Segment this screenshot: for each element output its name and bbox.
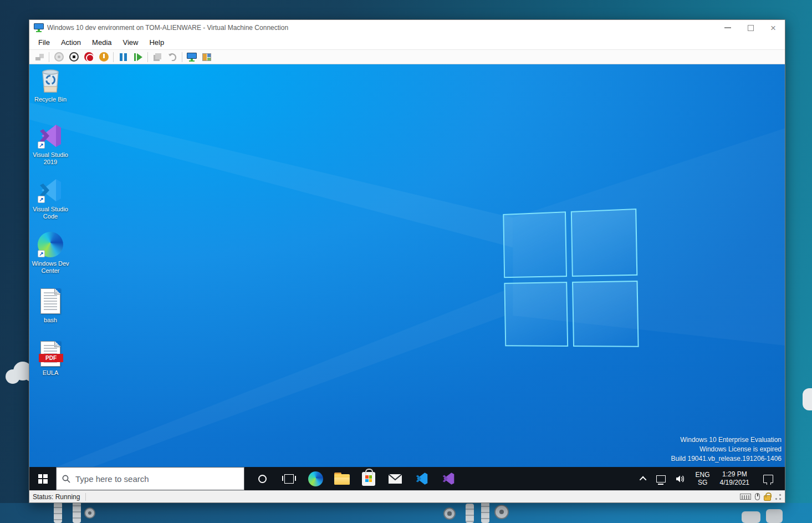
desktop-icon-windows-dev-center[interactable]: ↗ Windows Dev Center bbox=[29, 231, 72, 275]
host-wallpaper-robot-leg bbox=[466, 504, 474, 523]
menu-help[interactable]: Help bbox=[144, 36, 170, 49]
turn-off-icon[interactable] bbox=[68, 52, 79, 63]
taskbar-mail-button[interactable] bbox=[382, 467, 408, 490]
minimize-button[interactable] bbox=[724, 27, 731, 28]
start-button[interactable] bbox=[29, 467, 56, 490]
task-view-button[interactable] bbox=[275, 467, 302, 490]
mail-icon bbox=[388, 474, 402, 484]
clock[interactable]: 1:29 PM 4/19/2021 bbox=[715, 467, 754, 490]
host-wallpaper-robot-joint bbox=[443, 507, 456, 520]
desktop-icon-label: EULA bbox=[43, 369, 59, 377]
start-icon[interactable] bbox=[53, 52, 64, 63]
pdf-document-icon: PDF bbox=[37, 341, 64, 367]
tray-language: ENG bbox=[696, 471, 710, 479]
task-view-icon bbox=[284, 474, 294, 484]
tray-time: 1:29 PM bbox=[720, 470, 749, 479]
host-wallpaper-robot-hand bbox=[803, 388, 812, 410]
menu-bar: File Action Media View Help bbox=[29, 35, 785, 50]
taskbar-visual-studio-button[interactable] bbox=[435, 467, 462, 490]
desktop-icon-eula[interactable]: PDF EULA bbox=[29, 341, 72, 377]
license-watermark: Windows 10 Enterprise Evaluation Windows… bbox=[671, 435, 782, 464]
volume-button[interactable] bbox=[671, 467, 691, 490]
toolbar bbox=[29, 50, 785, 64]
action-center-icon bbox=[763, 475, 773, 483]
visual-studio-icon: ↗ bbox=[37, 123, 64, 149]
maximize-button[interactable] bbox=[748, 25, 754, 31]
watermark-line: Windows License is expired bbox=[671, 445, 782, 454]
vscode-icon: ↗ bbox=[37, 177, 64, 204]
vscode-icon bbox=[415, 471, 429, 486]
vm-settings-icon[interactable] bbox=[201, 52, 212, 63]
action-center-button[interactable] bbox=[754, 467, 782, 490]
desktop-icon-label: Visual Studio Code bbox=[29, 206, 72, 220]
edge-icon: ↗ bbox=[37, 231, 64, 258]
vm-connection-window: Windows 10 dev environment on TOM-ALIENW… bbox=[29, 19, 785, 503]
host-wallpaper-robot-part bbox=[742, 511, 760, 523]
menu-media[interactable]: Media bbox=[86, 36, 117, 49]
shut-down-icon[interactable] bbox=[83, 52, 94, 63]
taskbar-file-explorer-button[interactable] bbox=[329, 467, 355, 490]
start-icon bbox=[38, 474, 48, 484]
shortcut-arrow-icon: ↗ bbox=[38, 196, 45, 203]
tray-date: 4/19/2021 bbox=[720, 479, 749, 487]
network-button[interactable] bbox=[651, 467, 671, 490]
ctrl-alt-del-icon[interactable] bbox=[34, 52, 45, 63]
mouse-icon bbox=[755, 493, 760, 500]
watermark-line: Build 19041.vb_release.191206-1406 bbox=[671, 454, 782, 464]
resume-icon[interactable] bbox=[132, 52, 144, 63]
pdf-badge: PDF bbox=[39, 354, 63, 362]
language-indicator[interactable]: ENG SG bbox=[691, 467, 715, 490]
taskbar-edge-button[interactable] bbox=[302, 467, 329, 490]
vm-status-text: Status: Running bbox=[33, 493, 80, 501]
pause-icon[interactable] bbox=[118, 52, 129, 63]
cortana-icon bbox=[258, 475, 267, 483]
network-icon bbox=[656, 475, 666, 483]
title-bar[interactable]: Windows 10 dev environment on TOM-ALIENW… bbox=[29, 20, 785, 35]
lock-icon bbox=[764, 495, 771, 501]
host-wallpaper-robot-leg bbox=[481, 501, 489, 523]
revert-icon[interactable] bbox=[167, 52, 178, 63]
file-explorer-icon bbox=[334, 473, 350, 485]
search-input[interactable] bbox=[75, 474, 238, 484]
host-wallpaper-robot-joint bbox=[84, 507, 95, 519]
checkpoint-icon[interactable] bbox=[152, 52, 163, 63]
vm-screen[interactable]: Recycle Bin ↗ Visual Studio 2019 bbox=[29, 64, 785, 490]
watermark-line: Windows 10 Enterprise Evaluation bbox=[671, 435, 782, 445]
volume-icon bbox=[676, 475, 686, 483]
recycle-bin-icon bbox=[37, 67, 64, 94]
desktop-icon-recycle-bin[interactable]: Recycle Bin bbox=[29, 67, 72, 103]
keyboard-icon bbox=[740, 494, 751, 500]
menu-action[interactable]: Action bbox=[55, 36, 86, 49]
desktop-icon-bash[interactable]: bash bbox=[29, 288, 72, 324]
windows-logo-wallpaper bbox=[503, 209, 639, 347]
close-button[interactable]: × bbox=[770, 25, 776, 31]
host-wallpaper-bottom bbox=[0, 503, 812, 523]
resize-grip[interactable] bbox=[775, 494, 782, 500]
taskbar-store-button[interactable] bbox=[355, 467, 382, 490]
host-wallpaper-robot-leg bbox=[54, 502, 62, 523]
tray-chevron-icon bbox=[639, 476, 646, 483]
desktop-icon-label: Recycle Bin bbox=[34, 96, 67, 103]
window-title: Windows 10 dev environment on TOM-ALIENW… bbox=[47, 24, 724, 32]
taskbar-search-box[interactable] bbox=[56, 467, 244, 490]
edge-icon bbox=[308, 471, 323, 486]
menu-file[interactable]: File bbox=[33, 36, 55, 49]
desktop-icon-visual-studio-2019[interactable]: ↗ Visual Studio 2019 bbox=[29, 123, 72, 166]
host-wallpaper-robot-leg bbox=[73, 500, 81, 523]
tray-region: SG bbox=[696, 479, 710, 486]
taskbar-vscode-button[interactable] bbox=[408, 467, 435, 490]
status-bar: Status: Running bbox=[29, 490, 785, 502]
desktop-icon-visual-studio-code[interactable]: ↗ Visual Studio Code bbox=[29, 177, 72, 220]
store-icon bbox=[362, 472, 375, 486]
system-tray: ENG SG 1:29 PM 4/19/2021 bbox=[636, 467, 785, 490]
tray-overflow-button[interactable] bbox=[636, 467, 651, 490]
save-icon[interactable] bbox=[98, 52, 109, 63]
enhanced-session-icon[interactable] bbox=[186, 52, 197, 63]
wallpaper-light-beam bbox=[29, 64, 785, 490]
host-wallpaper-robot-part bbox=[766, 509, 783, 523]
visual-studio-icon bbox=[441, 471, 456, 486]
cortana-button[interactable] bbox=[249, 467, 275, 490]
menu-view[interactable]: View bbox=[118, 36, 144, 49]
host-wallpaper-robot-joint bbox=[494, 505, 509, 519]
shortcut-arrow-icon: ↗ bbox=[38, 250, 45, 257]
